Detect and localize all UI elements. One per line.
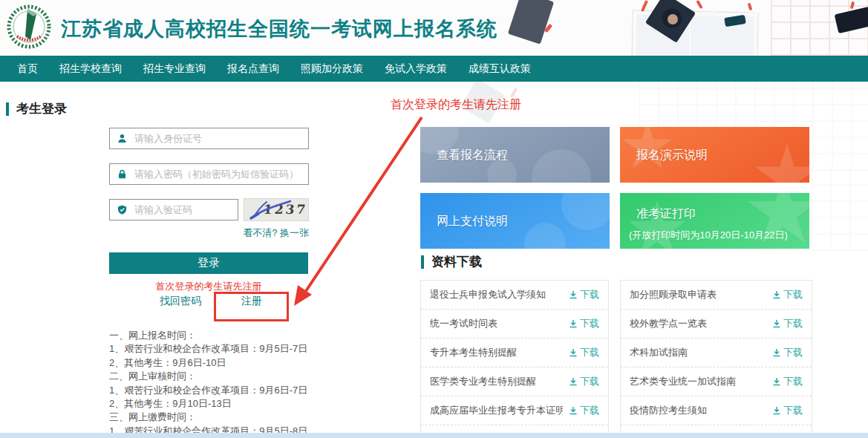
download-row: 术科加试指南 下载 [621, 339, 812, 367]
download-link-label: 下载 [783, 346, 803, 359]
schedule-line: 2、其他考生：9月6日-10日 [109, 356, 307, 370]
quicklink-label: 准考证打印 [636, 206, 696, 222]
captcha-input[interactable] [133, 203, 238, 216]
downloads-panel-right: 加分照顾录取申请表 下载 校外教学点一览表 下载 [620, 280, 812, 437]
nav-item[interactable]: 照顾加分政策 [298, 62, 365, 76]
download-link-label: 下载 [580, 317, 599, 330]
annotation-text: 首次登录的考生请先注册 [391, 97, 521, 113]
download-row: 加分照顾录取申请表 下载 [621, 281, 812, 310]
login-section-title: 考生登录 [16, 100, 67, 117]
quicklink-label: 网上支付说明 [437, 213, 508, 229]
id-number-input[interactable] [133, 132, 308, 145]
download-row: 成高应届毕业生报考专升本证明 下载 [421, 396, 608, 425]
download-link-label: 下载 [580, 404, 599, 417]
download-row: 统一考试时间表 下载 [421, 310, 608, 339]
schedule-line: 2、其他考生：9月10日-13日 [109, 397, 307, 411]
graduation-cap-icon [645, 0, 696, 43]
shield-check-icon [117, 205, 127, 215]
partial-cap-decor [508, 0, 554, 45]
forgot-password-link[interactable]: 找回密码 [160, 295, 201, 308]
header: 江苏省成人高校招生全国统一考试网上报名系统 [0, 0, 868, 56]
download-file-name: 艺术类专业统一加试指南 [630, 375, 736, 388]
downloads-section-header: 资料下载 [421, 253, 482, 270]
download-row: 艺术类专业统一加试指南 下载 [621, 367, 812, 396]
nav-item[interactable]: 招生专业查询 [141, 62, 208, 76]
download-link-label: 下载 [783, 317, 803, 330]
download-icon [569, 406, 578, 415]
next-section-edge [0, 433, 868, 438]
download-row: 疫情防控考生须知 下载 [621, 396, 812, 425]
tassel-decor [748, 3, 753, 11]
user-icon [117, 134, 127, 143]
nav-item[interactable]: 免试入学政策 [382, 62, 449, 76]
download-icon [569, 290, 578, 299]
quicklink-label: 查看报名流程 [437, 147, 508, 163]
quicklink-label: 报名演示说明 [636, 147, 708, 163]
download-row: 退役士兵申报免试入学须知 下载 [421, 281, 608, 310]
schedule-line: 1、艰苦行业和校企合作改革项目：9月5日-7日 [109, 342, 307, 356]
graduation-cap-detail [662, 9, 682, 28]
captcha-field[interactable] [109, 199, 238, 220]
download-file-name: 成高应届毕业生报考专升本证明 [430, 404, 563, 417]
download-link[interactable]: 下载 [772, 404, 803, 417]
download-link-label: 下载 [783, 375, 803, 388]
tassel-decor [544, 24, 553, 33]
tassel-decor [696, 0, 702, 9]
download-link[interactable]: 下载 [569, 288, 599, 301]
window-mullion-decor [689, 16, 691, 56]
captcha-scribble [244, 199, 309, 221]
password-input[interactable] [133, 168, 308, 180]
download-file-name: 统一考试时间表 [430, 317, 497, 330]
download-file-name: 加分照顾录取申请表 [630, 288, 717, 301]
nav-item[interactable]: 首页 [15, 62, 40, 76]
annotation-arrow-icon [290, 111, 431, 312]
tassel-decor [850, 1, 855, 10]
window-frame-decor [632, 11, 757, 56]
download-link[interactable]: 下载 [772, 346, 803, 359]
main-nav: 首页招生学校查询招生专业查询报名点查询照顾加分政策免试入学政策成绩互认政策 [0, 56, 868, 82]
quicklink-registration-process[interactable]: 查看报名流程 [420, 127, 610, 183]
quicklink-admission-ticket-print[interactable]: 准考证打印 (开放打印时间为10月20日-10月22日) [620, 193, 809, 249]
schedule-line: 三、网上缴费时间： [109, 411, 307, 424]
download-link[interactable]: 下载 [772, 317, 803, 330]
download-link[interactable]: 下载 [569, 317, 599, 330]
login-section-header: 考生登录 [6, 100, 67, 117]
header-photo-decor [475, 0, 868, 56]
download-file-name: 医学类专业考生特别提醒 [430, 375, 536, 388]
graduation-cap-button [668, 14, 678, 24]
download-row: 医学类专业考生特别提醒 下载 [421, 367, 608, 396]
download-link[interactable]: 下载 [569, 404, 599, 417]
captcha-image[interactable]: 1237 [244, 198, 309, 221]
download-icon [569, 319, 578, 328]
nav-item[interactable]: 报名点查询 [225, 62, 281, 76]
download-link[interactable]: 下载 [772, 375, 803, 388]
quicklink-online-payment[interactable]: 网上支付说明 [420, 193, 610, 249]
schedule-line: 1、艰苦行业和校企合作改革项目：9月6日-7日 [109, 384, 307, 397]
download-link[interactable]: 下载 [569, 346, 599, 359]
download-file-name: 专升本考生特别提醒 [430, 346, 517, 359]
download-row: 专升本考生特别提醒 下载 [421, 339, 608, 367]
schedule-text: 一、网上报名时间：1、艰苦行业和校企合作改革项目：9月5日-7日2、其他考生：9… [109, 329, 307, 438]
download-icon [772, 348, 781, 357]
download-icon [772, 406, 781, 415]
nav-item[interactable]: 招生学校查询 [57, 62, 124, 76]
quicklink-demo-instructions[interactable]: 报名演示说明 [620, 127, 809, 183]
captcha-refresh-link[interactable]: 看不清? 换一张 [230, 226, 309, 240]
site-title: 江苏省成人高校招生全国统一考试网上报名系统 [61, 16, 497, 42]
small-cap-decor [724, 15, 746, 27]
register-link[interactable]: 注册 [241, 295, 262, 308]
corner-cap-decor [835, 7, 868, 33]
download-link-label: 下载 [783, 288, 803, 301]
download-link[interactable]: 下载 [772, 288, 803, 301]
login-button[interactable]: 登录 [109, 252, 308, 274]
download-icon [569, 348, 578, 357]
school-emblem-icon [5, 3, 53, 50]
nav-item[interactable]: 成绩互认政策 [466, 62, 533, 76]
id-number-field[interactable] [109, 128, 309, 149]
download-link-label: 下载 [580, 288, 599, 301]
lock-icon [117, 169, 127, 179]
download-link[interactable]: 下载 [569, 375, 599, 388]
building-window-decor [771, 0, 868, 56]
page: 江苏省成人高校招生全国统一考试网上报名系统 首页招生学校查询招生专业查询报名点查… [0, 0, 868, 438]
password-field[interactable] [109, 163, 309, 185]
